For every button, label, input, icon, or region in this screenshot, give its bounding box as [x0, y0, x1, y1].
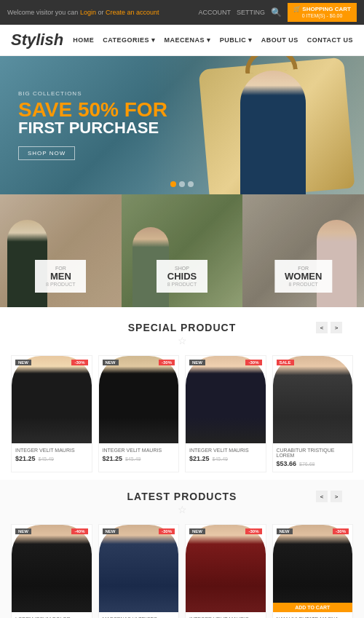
nav-public[interactable]: PUBLIC ▾: [220, 36, 253, 44]
special-prev-button[interactable]: <: [316, 322, 328, 333]
product-2-image: NEW -30%: [99, 356, 179, 443]
product-4-sale-badge: SALE: [277, 360, 294, 365]
product-1-image: NEW -30%: [12, 356, 92, 443]
latest-product-grid: NEW -40% LOREM IPSUM DOLOR $21.25 $45.49…: [11, 524, 353, 618]
latest-product-1: NEW -40% LOREM IPSUM DOLOR $21.25 $45.49: [11, 524, 92, 618]
latest-2-info: MAECENAS ULTRICES $21.25 $45.49: [99, 612, 179, 618]
latest-product-title: LATEST PRODUCTS: [11, 491, 353, 502]
latest-2-image: NEW -30%: [99, 525, 179, 612]
logo[interactable]: Stylish: [11, 31, 63, 49]
category-women[interactable]: FOR WOMEN 8 PRODUCT: [242, 194, 364, 307]
latest-4-figure: [273, 525, 353, 612]
latest-3-new-badge: NEW: [189, 528, 205, 534]
nav-about[interactable]: ABOUT US: [261, 36, 298, 44]
special-next-button[interactable]: >: [331, 322, 342, 333]
product-2-old-price: $45.49: [125, 456, 141, 461]
product-2-info: INTEGER VELIT MAURIS $21.25 $45.49: [99, 443, 179, 467]
latest-4-new-badge: NEW: [277, 528, 293, 534]
hero-title-line1: SAVE 50% FOR: [18, 100, 167, 120]
category-chids[interactable]: SHOP CHIDS 8 PRODUCT: [122, 194, 243, 307]
latest-prev-button[interactable]: <: [316, 491, 328, 502]
product-1-figure: [12, 356, 92, 443]
product-2-off-badge: -30%: [159, 360, 175, 365]
latest-3-off-badge: -30%: [245, 528, 261, 534]
special-product-header: SPECIAL PRODUCT ☆: [11, 322, 353, 346]
product-2-new-badge: NEW: [103, 360, 119, 365]
hero-title-line2: FIRST PURCHASE: [18, 120, 167, 136]
nav-maecenas[interactable]: MAECENAS ▾: [165, 36, 211, 44]
product-3-figure: [186, 356, 266, 443]
latest-4-image: NEW -30% ADD TO CART: [273, 525, 353, 612]
product-3-off-badge: -30%: [245, 360, 261, 365]
product-4-price: $53.66: [277, 460, 297, 467]
product-4-name: CURABITUR TRISTIQUE LOREM: [277, 448, 349, 458]
product-1-old-price: $45.49: [39, 456, 54, 461]
latest-3-figure: [186, 525, 266, 612]
product-4-figure: [273, 356, 353, 443]
latest-products-section: LATEST PRODUCTS ☆ < > NEW -40% LOREM IPS…: [0, 480, 364, 618]
create-account-link[interactable]: Create an account: [106, 9, 159, 16]
product-3-prices: $21.25 $45.49: [189, 455, 262, 462]
special-product-4: SALE CURABITUR TRISTIQUE LOREM $53.66 $7…: [272, 355, 354, 472]
women-card: FOR WOMEN 8 PRODUCT: [274, 260, 332, 293]
chids-card: SHOP CHIDS 8 PRODUCT: [157, 260, 207, 293]
hero-dot-3[interactable]: [188, 181, 194, 187]
search-button[interactable]: 🔍: [271, 7, 282, 17]
latest-3-image: NEW -30%: [186, 525, 266, 612]
product-1-prices: $21.25 $45.49: [15, 455, 88, 462]
latest-product-nav: < >: [316, 491, 342, 502]
top-bar-right: ACCOUNT SETTING 🔍 🛒 SHOPPING CART 0 item…: [199, 3, 357, 22]
latest-product-header: LATEST PRODUCTS ☆: [11, 491, 353, 515]
setting-menu[interactable]: SETTING: [237, 9, 265, 16]
product-4-info: CURABITUR TRISTIQUE LOREM $53.66 $76.68: [273, 443, 353, 472]
latest-product-2: NEW -30% MAECENAS ULTRICES $21.25 $45.49: [98, 524, 180, 618]
special-product-grid: NEW -30% INTEGER VELIT MAURIS $21.25 $45…: [11, 355, 353, 472]
product-3-new-badge: NEW: [189, 360, 205, 365]
hero-banner: BIG COLLECTIONS SAVE 50% FOR FIRST PURCH…: [0, 56, 364, 194]
latest-product-3: NEW -30% INTEGER VELIT MAURIS $21.25 $45…: [185, 524, 266, 618]
product-2-figure: [99, 356, 179, 443]
category-grid: FOR MEN 8 PRODUCT SHOP CHIDS 8 PRODUCT F…: [0, 194, 364, 307]
product-1-price: $21.25: [15, 455, 36, 462]
special-product-1: NEW -30% INTEGER VELIT MAURIS $21.25 $45…: [11, 355, 92, 472]
product-4-image: SALE: [273, 356, 353, 443]
special-product-star: ☆: [11, 335, 353, 346]
men-card: FOR MEN 8 PRODUCT: [35, 260, 86, 293]
hero-dot-2[interactable]: [179, 181, 185, 187]
latest-4-add-to-cart[interactable]: ADD TO CART: [275, 605, 351, 610]
account-menu[interactable]: ACCOUNT: [199, 9, 232, 16]
latest-1-figure: [12, 525, 92, 612]
nav-categories[interactable]: CATEGORIES ▾: [103, 36, 155, 44]
product-3-name: INTEGER VELIT MAURIS: [189, 448, 262, 453]
product-2-price: $21.25: [103, 455, 123, 462]
category-men[interactable]: FOR MEN 8 PRODUCT: [0, 194, 122, 307]
hero-dot-1[interactable]: [170, 181, 176, 187]
latest-product-star: ☆: [11, 504, 353, 515]
cart-button[interactable]: 🛒 SHOPPING CART 0 item(s) - $0.00: [288, 3, 357, 22]
login-link[interactable]: Login: [80, 9, 96, 16]
latest-1-new-badge: NEW: [15, 528, 31, 534]
product-2-name: INTEGER VELIT MAURIS: [103, 448, 175, 453]
hero-small-text: BIG COLLECTIONS: [18, 90, 167, 97]
nav-home[interactable]: HOME: [73, 36, 94, 44]
shop-now-button[interactable]: SHOP NOW: [18, 146, 75, 160]
main-nav: HOME CATEGORIES ▾ MAECENAS ▾ PUBLIC ▾ AB…: [73, 36, 353, 44]
special-header-wrap: SPECIAL PRODUCT ☆ < >: [11, 322, 353, 346]
product-3-price: $21.25: [189, 455, 210, 462]
latest-3-info: INTEGER VELIT MAURIS $21.25 $45.49: [186, 612, 266, 618]
latest-1-image: NEW -40%: [12, 525, 92, 612]
latest-1-off-badge: -40%: [71, 528, 87, 534]
nav-contact[interactable]: CONTACT US: [307, 36, 353, 44]
latest-4-off-badge: -30%: [333, 528, 349, 534]
header: Stylish HOME CATEGORIES ▾ MAECENAS ▾ PUB…: [0, 25, 364, 56]
hero-dots: [170, 181, 194, 187]
product-3-info: INTEGER VELIT MAURIS $21.25 $45.49: [186, 443, 266, 467]
product-1-name: INTEGER VELIT MAURIS: [15, 448, 88, 453]
latest-2-off-badge: -30%: [159, 528, 175, 534]
hero-content: BIG COLLECTIONS SAVE 50% FOR FIRST PURCH…: [18, 90, 167, 160]
product-3-old-price: $45.49: [213, 456, 228, 461]
latest-2-new-badge: NEW: [103, 528, 119, 534]
latest-next-button[interactable]: >: [331, 491, 342, 502]
latest-4-info: NAM VULPUTATE MAGNA $21.25 $45.49: [273, 612, 353, 618]
latest-header-wrap: LATEST PRODUCTS ☆ < >: [11, 491, 353, 515]
